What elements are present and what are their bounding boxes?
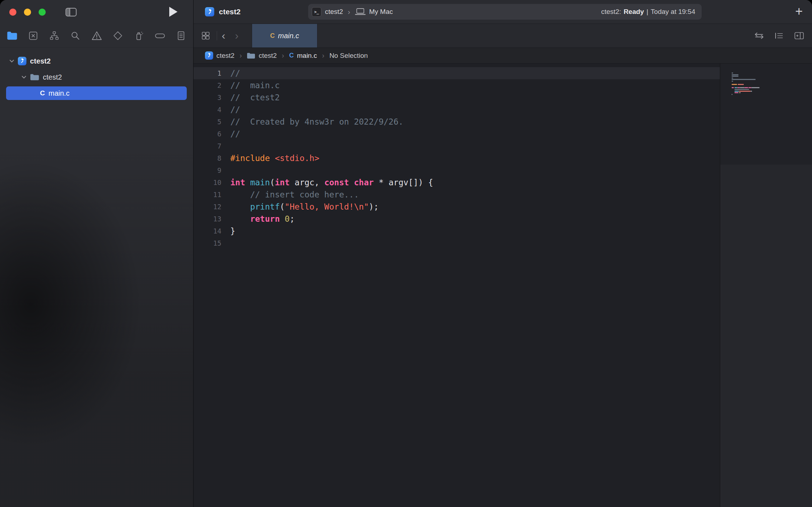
xcode-app-icon [205,7,214,16]
minimap-line [732,92,812,93]
sidebar-divider[interactable] [193,0,194,507]
reports-navigator-tab[interactable] [175,29,187,42]
minimize-window-button[interactable] [24,9,31,16]
code-lines: 1//2// main.c3// ctest24//5// Created by… [193,67,720,249]
editor-body: 1//2// main.c3// ctest24//5// Created by… [193,64,812,507]
breadcrumb-group[interactable]: ctest2 [259,52,277,60]
scheme-device-label[interactable]: My Mac [369,8,393,16]
tree-row-file-selected[interactable]: C main.c [6,86,187,100]
symbols-navigator-tab[interactable] [48,29,61,42]
breadcrumb-selection[interactable]: No Selection [329,52,368,60]
toolbar-separator [217,31,217,40]
code-line[interactable]: 15 [193,237,720,249]
code-text: #include <stdio.h> [230,154,319,163]
code-line[interactable]: 5// Created by 4nsw3r on 2022/9/26. [193,116,720,128]
disclosure-chevron-icon[interactable] [9,59,14,63]
go-back-button[interactable]: ‹ [222,30,225,41]
source-editor[interactable]: 1//2// main.c3// ctest24//5// Created by… [193,64,720,507]
terminal-target-icon: >_ [312,7,321,17]
disclosure-chevron-icon[interactable] [21,75,26,79]
code-line[interactable]: 11 // insert code here... [193,189,720,201]
debug-navigator-tab[interactable] [132,29,145,42]
tests-navigator-tab[interactable] [111,29,124,42]
xcode-window: ctest2 ctest2 C main.c [0,0,812,507]
code-line[interactable]: 7 [193,140,720,152]
editor-tab-bar: ‹ › C main.c [193,24,812,47]
code-text: // [230,69,240,78]
related-items-button[interactable] [201,31,210,40]
minimap-line [732,94,812,95]
line-number: 5 [193,118,221,126]
code-review-button[interactable] [754,31,764,40]
minimap[interactable] [720,64,812,507]
toolbar: ctest2 >_ ctest2 › My Mac ctest2: Ready [193,0,812,24]
minimap-line [732,74,812,75]
zoom-window-button[interactable] [39,9,46,16]
code-line[interactable]: 3// ctest2 [193,91,720,104]
code-line[interactable]: 2// main.c [193,79,720,91]
line-number: 10 [193,179,221,186]
code-line[interactable]: 1// [193,67,720,79]
source-control-tab[interactable] [27,29,40,42]
scheme-selector[interactable]: >_ ctest2 › My Mac [312,7,393,17]
toggle-sidebar-button[interactable] [65,7,77,17]
editor-controls [754,24,804,47]
run-button[interactable] [169,6,178,19]
go-forward-button[interactable]: › [235,30,239,41]
build-status[interactable]: ctest2: Ready | Today at 19:54 [601,8,695,16]
project-navigator-tab[interactable] [6,29,19,42]
xcode-project-icon[interactable] [205,51,213,60]
split-editor-icon [794,31,804,40]
navigator-sidebar: ctest2 ctest2 C main.c [0,0,193,507]
chevron-right-icon: › [348,7,350,16]
line-number: 15 [193,239,221,247]
c-file-icon: C [270,32,275,40]
code-line[interactable]: 8#include <stdio.h> [193,152,720,164]
library-add-button[interactable]: + [795,4,803,19]
tests-diamond-icon [113,31,123,41]
find-navigator-tab[interactable] [69,29,82,42]
minimap-line [732,89,812,90]
debug-spray-icon [134,31,144,41]
code-line[interactable]: 9 [193,164,720,176]
adjust-editor-options-button[interactable] [775,31,784,40]
editor-tab-main-c[interactable]: C main.c [252,24,317,47]
code-line[interactable]: 6// [193,128,720,140]
sidebar-toolbar [0,0,193,24]
add-editor-button[interactable] [794,31,804,40]
code-text: return 0; [230,214,295,224]
minimap-line [732,76,812,77]
minimap-line [732,81,812,82]
line-number: 4 [193,106,221,114]
minimap-line [732,86,812,87]
issues-navigator-tab[interactable] [90,29,103,42]
status-state: Ready [623,8,644,16]
breadcrumb-file[interactable]: main.c [297,52,317,60]
main-area: ctest2 >_ ctest2 › My Mac ctest2: Ready [193,0,812,507]
activity-viewer: >_ ctest2 › My Mac ctest2: Ready | Today… [308,4,702,20]
code-line[interactable]: 13 return 0; [193,213,720,225]
navigator-tab-strip [0,24,193,47]
breakpoints-navigator-tab[interactable] [154,29,166,42]
code-line[interactable]: 10int main(int argc, const char * argv[]… [193,176,720,189]
symbols-hierarchy-icon [49,31,59,41]
tree-row-group[interactable]: ctest2 [0,70,193,84]
close-window-button[interactable] [9,9,16,16]
code-line[interactable]: 14} [193,225,720,237]
code-line[interactable]: 12 printf("Hello, World!\n"); [193,201,720,213]
tree-row-project[interactable]: ctest2 [0,54,193,68]
breadcrumb-project[interactable]: ctest2 [216,52,235,60]
line-number: 12 [193,203,221,211]
search-magnifier-icon [70,31,80,41]
code-text: // [230,129,240,139]
scheme-target-label[interactable]: ctest2 [325,8,343,16]
swap-arrows-icon [754,31,764,40]
code-line[interactable]: 4// [193,104,720,116]
c-file-icon: C [289,52,294,59]
minimap-line [732,82,812,84]
status-separator: | [646,8,648,16]
line-number: 2 [193,81,221,89]
breakpoints-tag-icon [155,31,165,41]
tree-item-label: ctest2 [30,57,51,65]
minimap-content [720,64,812,165]
